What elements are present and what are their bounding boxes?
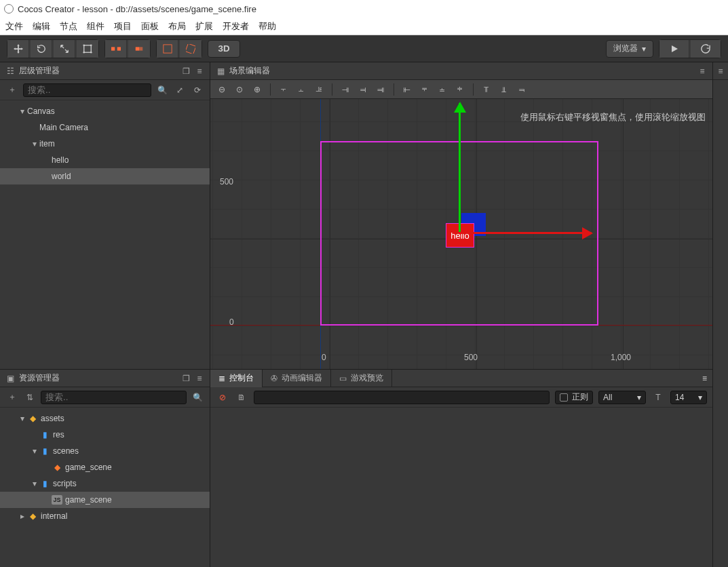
add-asset-button[interactable]: ＋ <box>5 391 19 404</box>
zoom-out-button[interactable]: ⊖ <box>214 82 229 97</box>
distribute-h2-button[interactable]: ⫧ <box>417 82 432 97</box>
distribute-v2-button[interactable]: ⫪ <box>479 82 494 97</box>
tab-console[interactable]: ≣ 控制台 <box>210 370 263 387</box>
menu-file[interactable]: 文件 <box>5 20 23 33</box>
reload-button[interactable] <box>691 40 721 58</box>
sort-button[interactable]: ⇅ <box>23 391 37 404</box>
align-vcenter-button[interactable]: ⫠ <box>294 82 309 97</box>
scene-viewport[interactable]: 500 0 0 500 1,000 hello 使用鼠标右键平移视窗焦点，使用滚… <box>210 99 712 369</box>
menu-extension[interactable]: 扩展 <box>195 20 213 33</box>
open-log-button[interactable]: 🗎 <box>235 391 248 404</box>
panel-menu-icon[interactable]: ≡ <box>195 66 204 76</box>
asset-node-label: internal <box>41 511 67 521</box>
gizmo-y-axis[interactable] <box>459 103 461 232</box>
popout-icon[interactable]: ❐ <box>181 66 191 76</box>
panel-menu-icon[interactable]: ≡ <box>697 66 707 76</box>
menu-component[interactable]: 组件 <box>87 20 104 33</box>
search-icon[interactable]: 🔍 <box>191 391 204 404</box>
distribute-h3-button[interactable]: ⫨ <box>435 82 450 97</box>
pivot-local-button[interactable] <box>128 40 150 58</box>
asset-node[interactable]: ▸◆internal <box>0 508 210 524</box>
zoom-reset-button[interactable]: ⊙ <box>232 82 247 97</box>
rotate-tool-button[interactable] <box>31 40 52 58</box>
refresh-icon[interactable]: ⟳ <box>191 83 204 97</box>
hierarchy-node[interactable]: ▾Canvas <box>0 103 210 119</box>
menu-edit[interactable]: 编辑 <box>33 20 50 33</box>
expand-all-icon[interactable]: ⤢ <box>173 83 187 97</box>
ruler-x-500: 500 <box>464 353 478 362</box>
panel-menu-icon[interactable]: ≡ <box>195 374 204 383</box>
hierarchy-node[interactable]: Main Camera <box>0 119 210 136</box>
console-filter-input[interactable] <box>254 391 550 404</box>
align-top-button[interactable]: ⫟ <box>276 82 291 97</box>
pivot-center-button[interactable] <box>105 40 127 58</box>
expand-caret-icon[interactable]: ▾ <box>18 414 27 423</box>
zoom-in-button[interactable]: ⊕ <box>250 82 265 97</box>
viewport-hint: 使用鼠标右键平移视窗焦点，使用滚轮缩放视图 <box>520 111 706 123</box>
asset-node[interactable]: ▮res <box>0 427 210 443</box>
inspector-collapsed-strip[interactable]: ≡ <box>712 62 728 567</box>
hierarchy-node[interactable]: ▾item <box>0 136 210 152</box>
gizmo-local-button[interactable] <box>180 40 202 58</box>
svg-rect-8 <box>139 47 142 50</box>
rect-tool-button[interactable] <box>77 40 98 58</box>
level-filter-label: All <box>603 393 612 402</box>
hierarchy-tree[interactable]: ▾CanvasMain Camera▾itemhelloworld <box>0 100 210 369</box>
popout-icon[interactable]: ❐ <box>181 374 191 383</box>
align-hcenter-button[interactable]: ⫤ <box>356 82 370 97</box>
panel-menu-icon[interactable]: ≡ <box>716 66 725 76</box>
tab-animation[interactable]: ✇ 动画编辑器 <box>263 370 331 387</box>
expand-caret-icon[interactable]: ▾ <box>30 479 39 488</box>
menu-project[interactable]: 项目 <box>114 20 132 33</box>
move-tool-button[interactable] <box>7 40 29 58</box>
expand-caret-icon[interactable]: ▾ <box>18 106 27 116</box>
expand-caret-icon[interactable]: ▸ <box>18 511 27 521</box>
gizmo-x-axis[interactable] <box>459 232 592 234</box>
console-icon: ≣ <box>218 374 225 383</box>
toggle-3d-button[interactable]: 3D <box>208 40 240 58</box>
assets-panel-header[interactable]: ▣ 资源管理器 ❐ ≡ <box>0 370 210 387</box>
menu-developer[interactable]: 开发者 <box>223 20 249 33</box>
menu-panel[interactable]: 面板 <box>141 20 159 33</box>
menu-node[interactable]: 节点 <box>60 20 77 33</box>
preview-target-dropdown[interactable]: 浏览器 ▾ <box>606 40 653 58</box>
align-left-button[interactable]: ⫣ <box>338 82 353 97</box>
expand-caret-icon[interactable]: ▾ <box>30 446 39 456</box>
add-node-button[interactable]: ＋ <box>5 83 19 97</box>
asset-node[interactable]: JSgame_scene <box>0 492 210 508</box>
gizmo-world-button[interactable] <box>157 40 178 58</box>
assets-tree[interactable]: ▾◆assets▮res▾▮scenes◆game_scene▾▮scripts… <box>0 408 210 567</box>
hierarchy-search-input[interactable] <box>23 83 151 97</box>
search-icon[interactable]: 🔍 <box>155 83 169 97</box>
asset-node[interactable]: ▾◆assets <box>0 410 210 427</box>
scene-panel-header[interactable]: ▦ 场景编辑器 ≡ <box>210 62 712 80</box>
assets-search-input[interactable] <box>41 391 187 404</box>
console-output[interactable] <box>210 408 712 567</box>
align-right-button[interactable]: ⫥ <box>373 82 388 97</box>
asset-node-label: game_scene <box>65 495 112 505</box>
scale-tool-button[interactable] <box>54 40 75 58</box>
clear-console-button[interactable]: ⊘ <box>216 391 229 404</box>
hierarchy-node[interactable]: world <box>0 168 210 184</box>
distribute-v3-button[interactable]: ⫫ <box>497 82 512 97</box>
tab-preview[interactable]: ▭ 游戏预览 <box>331 370 392 387</box>
inspector-header[interactable]: ≡ <box>713 62 728 80</box>
distribute-v4-button[interactable]: ⫬ <box>514 82 529 97</box>
asset-node[interactable]: ◆game_scene <box>0 459 210 475</box>
distribute-h1-button[interactable]: ⫦ <box>400 82 415 97</box>
ruler-x-0: 0 <box>322 353 326 362</box>
panel-menu-icon[interactable]: ≡ <box>702 374 707 383</box>
level-filter-dropdown[interactable]: All ▾ <box>598 391 646 404</box>
play-button[interactable] <box>659 40 689 58</box>
asset-node[interactable]: ▾▮scripts <box>0 475 210 492</box>
menu-layout[interactable]: 布局 <box>168 20 186 33</box>
menu-help[interactable]: 帮助 <box>258 20 276 33</box>
expand-caret-icon[interactable]: ▾ <box>30 139 39 149</box>
regex-toggle[interactable]: 正则 <box>555 391 593 404</box>
font-size-dropdown[interactable]: 14 ▾ <box>670 391 707 404</box>
distribute-v1-button[interactable]: ⫩ <box>453 82 467 97</box>
align-bottom-button[interactable]: ⫡ <box>311 82 326 97</box>
hierarchy-panel-header[interactable]: ☷ 层级管理器 ❐ ≡ <box>0 62 210 80</box>
hierarchy-node[interactable]: hello <box>0 152 210 168</box>
asset-node[interactable]: ▾▮scenes <box>0 443 210 459</box>
